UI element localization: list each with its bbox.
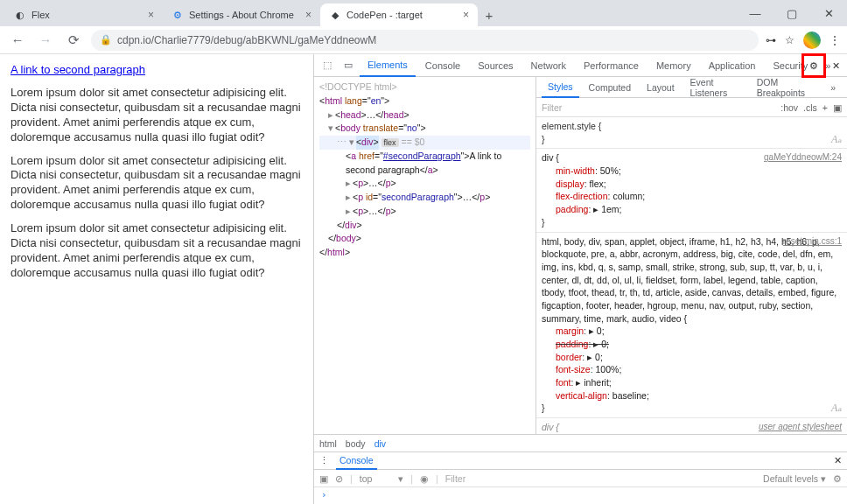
subtab-layout[interactable]: Layout [640, 77, 681, 98]
console-sidebar-icon[interactable]: ▣ [319, 473, 328, 484]
lock-icon: 🔒 [100, 34, 112, 46]
tab-title: CodePen - :target [346, 10, 423, 20]
tab-application[interactable]: Application [701, 54, 764, 77]
close-icon[interactable]: ✕ [828, 58, 844, 74]
elements-breadcrumb[interactable]: html body div [314, 434, 847, 452]
devtools-panel: ⬚ ▭ Elements Console Sources Network Per… [313, 54, 847, 504]
styles-filter-input[interactable]: Filter [542, 102, 775, 113]
window-maximize[interactable]: ▢ [774, 0, 810, 26]
elements-tree[interactable]: <!DOCTYPE html> <html lang="en"> ▸<head>… [314, 77, 536, 434]
browser-toolbar: ← → ⟳ 🔒 cdpn.io/Charlie7779/debug/abBKWN… [0, 26, 847, 54]
browser-tab[interactable]: ⚙ Settings - About Chrome × [163, 4, 320, 26]
crumb[interactable]: html [319, 438, 337, 449]
page-content: A link to second paragraph Lorem ipsum d… [0, 54, 313, 504]
tab-sources[interactable]: Sources [470, 54, 521, 77]
url-text: cdpn.io/Charlie7779/debug/abBKWNL/gaMeYd… [117, 34, 376, 46]
profile-avatar[interactable] [803, 32, 821, 49]
subtab-dom-breakpoints[interactable]: DOM Breakpoints [751, 77, 822, 98]
kebab-menu-icon[interactable]: ⋮ [830, 34, 840, 46]
crumb[interactable]: div [374, 438, 386, 449]
subtab-computed[interactable]: Computed [583, 77, 637, 98]
gear-icon: ⚙ [172, 9, 184, 21]
subtab-event-listeners[interactable]: Event Listeners [684, 77, 747, 98]
device-toggle-icon[interactable]: ▭ [339, 56, 358, 75]
subtab-styles[interactable]: Styles [542, 77, 579, 98]
styles-pane: Styles Computed Layout Event Listeners D… [536, 77, 847, 434]
window-close[interactable]: ✕ [810, 0, 847, 26]
tab-network[interactable]: Network [523, 54, 574, 77]
drawer-tab-console[interactable]: Console [336, 452, 377, 470]
close-icon[interactable]: × [463, 9, 469, 21]
console-drawer: ⋮ Console ✕ ▣ ⊘ | top ▾ | ◉ | Filter Def… [314, 452, 847, 504]
live-expression-icon[interactable]: ◉ [420, 473, 429, 484]
style-rule[interactable]: gaMeYddneowM:24 div { min-width: 50%; di… [536, 149, 847, 232]
log-levels-selector[interactable]: Default levels ▾ [763, 473, 826, 484]
panel-toggle-icon[interactable]: ▣ [833, 102, 842, 113]
tab-title: Settings - About Chrome [189, 10, 294, 20]
inspect-icon[interactable]: ⬚ [318, 56, 337, 75]
style-rule[interactable]: user agent stylesheet div { display: blo… [536, 418, 847, 434]
close-icon[interactable]: × [305, 9, 312, 21]
address-bar[interactable]: 🔒 cdpn.io/Charlie7779/debug/abBKWNL/gaMe… [91, 30, 759, 51]
tab-elements[interactable]: Elements [360, 54, 416, 77]
paragraph: Lorem ipsum dolor sit amet consectetur a… [10, 154, 303, 214]
source-link[interactable]: gaMeYddneowM:24 [764, 151, 842, 164]
console-filter-input[interactable]: Filter [445, 473, 756, 484]
tab-performance[interactable]: Performance [576, 54, 647, 77]
back-button[interactable]: ← [7, 30, 28, 51]
key-icon[interactable]: ⊶ [766, 34, 776, 46]
new-tab-button[interactable]: + [478, 4, 500, 26]
tab-memory[interactable]: Memory [648, 54, 699, 77]
tab-console[interactable]: Console [417, 54, 468, 77]
codepen-icon: ◆ [329, 9, 341, 21]
paragraph: Lorem ipsum dolor sit amet consectetur a… [10, 86, 303, 145]
globe-icon: ◐ [14, 9, 26, 21]
context-selector[interactable]: top ▾ [360, 473, 404, 484]
devtools-settings-highlight: ⚙ [802, 53, 826, 78]
crumb[interactable]: body [346, 438, 366, 449]
console-prompt[interactable]: › [314, 487, 847, 502]
browser-tab[interactable]: ◐ Flex × [5, 4, 163, 26]
paragraph: Lorem ipsum dolor sit amet consectetur a… [10, 221, 303, 281]
style-rule[interactable]: reset.min.css:1 html, body, div, span, a… [536, 233, 847, 419]
source-link[interactable]: reset.min.css:1 [783, 235, 842, 248]
cls-toggle[interactable]: .cls [803, 102, 817, 113]
source-link: user agent stylesheet [759, 421, 842, 433]
devtools-tabs: ⬚ ▭ Elements Console Sources Network Per… [314, 54, 847, 77]
page-link[interactable]: A link to second paragraph [10, 63, 145, 76]
hov-toggle[interactable]: :hov [780, 102, 798, 113]
browser-tabstrip: ◐ Flex × ⚙ Settings - About Chrome × ◆ C… [0, 0, 847, 26]
style-rule[interactable]: element.style { } Aₐ [536, 117, 847, 149]
tab-title: Flex [32, 10, 50, 20]
gear-icon[interactable]: ⚙ [809, 60, 818, 72]
browser-tab[interactable]: ◆ CodePen - :target × [320, 4, 478, 26]
bookmark-star-icon[interactable]: ☆ [785, 34, 794, 46]
gear-icon[interactable]: ⚙ [833, 473, 842, 484]
kebab-menu-icon[interactable]: ⋮ [319, 455, 329, 466]
forward-button[interactable]: → [35, 30, 56, 51]
clear-console-icon[interactable]: ⊘ [335, 473, 343, 484]
close-icon[interactable]: ✕ [834, 455, 842, 466]
new-style-rule[interactable]: + [822, 102, 828, 113]
close-icon[interactable]: × [148, 9, 154, 21]
subtab-more[interactable]: » [824, 77, 842, 98]
reload-button[interactable]: ⟳ [63, 30, 84, 51]
window-minimize[interactable]: — [737, 0, 774, 26]
